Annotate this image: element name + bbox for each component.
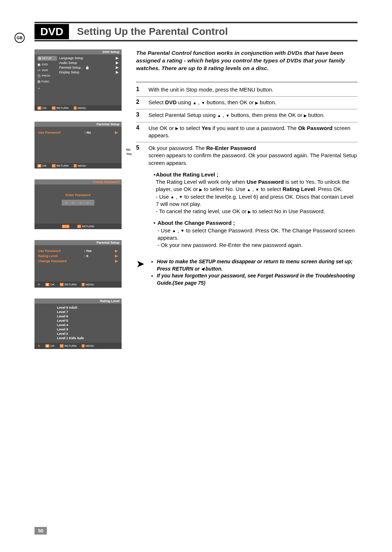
- osd-parental-setup-1: Parental Setup No Yes Use Password : No …: [34, 122, 122, 169]
- ok-icon: ▣: [37, 106, 41, 110]
- right-triangle-icon: ▶: [115, 130, 118, 134]
- right-triangle-icon: ▶: [175, 126, 178, 131]
- step-number: 2: [136, 99, 148, 106]
- footer-menu: MENU: [86, 283, 94, 286]
- page-title: Setting Up the Parental Control: [77, 26, 228, 37]
- password-field: – – – –: [62, 200, 94, 206]
- level-4: Level 4: [57, 323, 122, 327]
- osd-title: Parental Setup: [97, 241, 119, 244]
- footer-ok: OK: [42, 164, 47, 167]
- note-item: If you have forgotten your password, see…: [157, 272, 358, 287]
- footer-return: RETURN: [65, 283, 77, 286]
- footer-ok: OK: [42, 106, 47, 110]
- menu-display-setup: Display Setup: [59, 70, 79, 74]
- level-3: Level 3: [57, 328, 122, 331]
- subsection-rating-level: • About the Rating Level ; The Rating Le…: [148, 171, 358, 215]
- return-icon: ↩: [77, 225, 81, 228]
- ok-icon: ▣: [45, 344, 49, 348]
- osd-title: DVD Setup: [102, 50, 119, 54]
- up-triangle-icon: ▲: [193, 100, 197, 106]
- ok-icon: ▣: [45, 283, 49, 286]
- section-badge: DVD: [34, 24, 69, 39]
- up-triangle-icon: ▲: [170, 194, 174, 200]
- menu-icon: ≡: [74, 164, 77, 167]
- row-rating-level: Rating Level: [38, 254, 58, 258]
- right-triangle-icon: ▶: [115, 254, 118, 258]
- footer-ok: OK: [50, 344, 55, 348]
- right-triangle-icon: ▶: [115, 249, 118, 253]
- down-triangle-icon: ▼: [179, 194, 183, 200]
- step-1: 1 With the unit in Stop mode, press the …: [136, 84, 358, 97]
- option-yes: Yes: [126, 152, 132, 157]
- menu-audio-setup: Audio Setup: [59, 61, 77, 65]
- ok-icon: ▣: [37, 164, 41, 167]
- return-icon: ↩: [60, 344, 64, 348]
- level-7: Level 7: [57, 310, 122, 314]
- level-6: Level 6: [57, 314, 122, 318]
- return-icon: ↩: [52, 106, 56, 110]
- page-number: 50: [34, 527, 47, 535]
- disc-icon: [37, 62, 41, 66]
- down-triangle-icon: ▼: [226, 113, 230, 118]
- range-icon: 0 ~ 9: [62, 225, 69, 228]
- dpad-icon: [37, 344, 40, 348]
- lock-icon: [85, 66, 89, 69]
- step-number: 1: [136, 86, 148, 93]
- sub-heading: About the Rating Level ;: [156, 171, 219, 178]
- level-2: Level 2: [57, 332, 122, 336]
- step-text: Select Parental Setup using ▲ , ▼ button…: [148, 111, 325, 119]
- osd-rating-level: Rating Level Level 8 Adult Level 7 Level…: [34, 299, 122, 349]
- clock-icon: [37, 74, 41, 78]
- row-use-password-value: : Yes: [84, 249, 91, 253]
- right-triangle-icon: ▶: [116, 65, 119, 69]
- sidebar-item-dvd: DVD: [42, 63, 48, 66]
- footer-menu: MENU: [78, 164, 86, 167]
- footer-return: RETURN: [65, 344, 77, 348]
- subsection-change-password: • About the Change Password ; - Use ▲ , …: [148, 219, 358, 249]
- func-icon: [37, 80, 40, 84]
- step-2: 2 Select DVD using ▲ , ▼ buttons, then O…: [136, 97, 358, 109]
- up-triangle-icon: ▲: [217, 113, 221, 118]
- step-text: Select DVD using ▲ , ▼ buttons, then OK …: [148, 99, 277, 106]
- down-triangle-icon: ▼: [255, 187, 259, 192]
- step-text: Use OK or ▶ to select Yes if you want to…: [148, 125, 358, 139]
- note-block: ➤ How to make the SETUP menu disappear o…: [136, 258, 358, 287]
- note-item: How to make the SETUP menu disappear or …: [157, 258, 358, 272]
- right-triangle-icon: ▶: [304, 113, 307, 118]
- osd-create-password: Create Password Enter Password – – – – 0…: [34, 179, 122, 229]
- sub-heading: About the Change Password ;: [158, 220, 235, 226]
- sidebar-item-vcr: VCR: [42, 69, 48, 72]
- down-triangle-icon: ▼: [180, 228, 184, 234]
- step-number: 3: [136, 111, 148, 119]
- row-use-password: Use Password: [38, 131, 61, 134]
- menu-parental-setup: Parental Setup: [59, 66, 81, 69]
- dpad-icon: [37, 283, 40, 287]
- language-badge: GB: [15, 33, 25, 43]
- menu-icon: ≡: [82, 283, 85, 286]
- step-text: Ok your password. The Re-Enter Password …: [148, 145, 358, 249]
- row-use-password: Use Password: [38, 249, 61, 253]
- row-rating-level-value: : 8: [85, 254, 89, 258]
- right-triangle-icon: ▶: [115, 259, 118, 263]
- intro-text: The Parental Control function works in c…: [136, 49, 358, 72]
- footer-menu: MENU: [86, 344, 94, 348]
- dpad-icon: [37, 86, 40, 90]
- footer-return: RETURN: [57, 164, 69, 167]
- menu-icon: ≡: [74, 106, 77, 110]
- level-5: Level 5: [57, 319, 122, 322]
- note-arrow-icon: ➤: [136, 258, 144, 287]
- level-1: Level 1 Kids Safe: [57, 336, 122, 340]
- row-change-password: Change Password: [38, 259, 66, 263]
- sidebar-item-func: FUNC: [41, 80, 49, 83]
- right-triangle-icon: ▶: [116, 56, 119, 60]
- step-text: With the unit in Stop mode, press the ME…: [148, 86, 273, 93]
- step-3: 3 Select Parental Setup using ▲ , ▼ butt…: [136, 109, 358, 122]
- enter-password-label: Enter Password: [38, 193, 118, 197]
- footer-menu: MENU: [78, 106, 86, 110]
- osd-title: Rating Level: [100, 299, 119, 303]
- footer-ok: OK: [50, 283, 55, 286]
- osd-dvd-setup: DVD Setup SETUP DVD VCR PROG FUNC Langua…: [34, 49, 122, 111]
- osd-title: Create Password: [93, 180, 119, 184]
- menu-language-setup: Language Setup: [59, 56, 83, 60]
- option-no: No: [126, 148, 132, 152]
